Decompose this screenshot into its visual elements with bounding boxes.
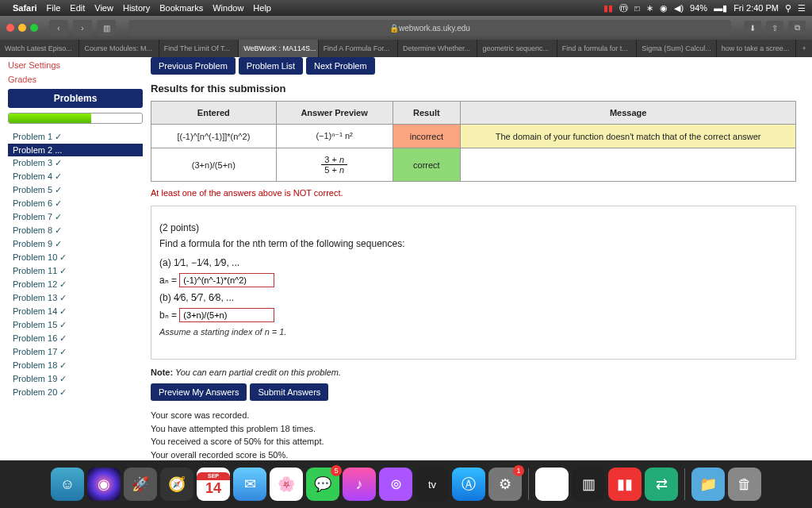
input-bn[interactable] bbox=[179, 308, 274, 322]
sidebar-problem-11[interactable]: Problem 11 ✓ bbox=[8, 264, 143, 278]
status-icon[interactable]: ▮▮ bbox=[603, 3, 613, 13]
dock-mail[interactable]: ✉ bbox=[233, 468, 266, 501]
dock-photos[interactable]: 🌸 bbox=[270, 468, 303, 501]
spotlight-icon[interactable]: ⚲ bbox=[785, 3, 791, 13]
tab-2[interactable]: Find The Limit Of T... bbox=[159, 40, 239, 57]
volume-icon[interactable]: ◀) bbox=[674, 3, 684, 13]
problems-header[interactable]: Problems bbox=[8, 89, 143, 108]
input-row-a: aₙ = bbox=[159, 273, 787, 287]
user-settings-link[interactable]: User Settings bbox=[8, 60, 143, 70]
r1-preview: (−1)ⁿ⁻¹ n² bbox=[276, 125, 393, 148]
dock-launchpad[interactable]: 🚀 bbox=[124, 468, 157, 501]
battery-icon[interactable]: ▬▮ bbox=[714, 3, 727, 13]
submit-answers-button[interactable]: Submit Answers bbox=[250, 383, 328, 401]
window-controls[interactable] bbox=[6, 24, 38, 32]
wifi-icon[interactable]: ◉ bbox=[660, 3, 668, 13]
grades-link[interactable]: Grades bbox=[8, 75, 143, 84]
sidebar-problem-17[interactable]: Problem 17 ✓ bbox=[8, 345, 143, 359]
dock-downloads[interactable]: 📁 bbox=[691, 468, 725, 501]
sidebar-problem-7[interactable]: Problem 7 ✓ bbox=[8, 210, 143, 224]
bluetooth-icon[interactable]: ∗ bbox=[646, 3, 653, 13]
sidebar-problem-3[interactable]: Problem 3 ✓ bbox=[8, 156, 143, 170]
dock-app3[interactable]: ▮▮ bbox=[608, 468, 642, 501]
dock-safari[interactable]: 🧭 bbox=[160, 468, 193, 501]
sidebar-button[interactable]: ▥ bbox=[97, 20, 116, 36]
sidebar-problem-10[interactable]: Problem 10 ✓ bbox=[8, 251, 143, 264]
dock-finder[interactable]: ☺ bbox=[51, 468, 84, 501]
sidebar-problem-20[interactable]: Problem 20 ✓ bbox=[8, 386, 143, 399]
m-icon[interactable]: ⓜ bbox=[619, 2, 628, 14]
dock-tv[interactable]: tv bbox=[416, 468, 449, 501]
share-button[interactable]: ⇧ bbox=[766, 21, 783, 35]
dock-podcasts[interactable]: ⊚ bbox=[379, 468, 412, 501]
sidebar-problem-1[interactable]: Problem 1 ✓ bbox=[8, 130, 143, 144]
sidebar-problem-13[interactable]: Problem 13 ✓ bbox=[8, 291, 143, 305]
note-line: Note: You can earn partial credit on thi… bbox=[151, 368, 796, 377]
tabs-button[interactable]: ⧉ bbox=[788, 21, 806, 35]
menu-help[interactable]: Help bbox=[253, 3, 271, 13]
download-button[interactable]: ⬇ bbox=[744, 21, 761, 35]
dock-app4[interactable]: ⇄ bbox=[645, 468, 678, 501]
sidebar-problem-16[interactable]: Problem 16 ✓ bbox=[8, 332, 143, 345]
menu-window[interactable]: Window bbox=[213, 3, 243, 13]
result-row-2: (3+n)/(5+n) 3 + n5 + n correct bbox=[151, 148, 796, 182]
webwork-sidebar: User Settings Grades Problems Problem 1 … bbox=[0, 57, 151, 460]
menu-view[interactable]: View bbox=[94, 3, 113, 13]
dock-chrome[interactable]: ◯ bbox=[535, 468, 569, 501]
r1-entered: [(-1)^[n^(-1)]]*(n^2) bbox=[151, 125, 277, 148]
tab-9[interactable]: how to take a scree... bbox=[717, 40, 796, 57]
tab-8[interactable]: Sigma (Sum) Calcul... bbox=[637, 40, 716, 57]
preview-answers-button[interactable]: Preview My Answers bbox=[151, 383, 247, 401]
tab-7[interactable]: Find a formula for t... bbox=[557, 40, 637, 57]
macos-menubar: Safari File Edit View History Bookmarks … bbox=[0, 0, 812, 16]
sidebar-problem-9[interactable]: Problem 9 ✓ bbox=[8, 237, 143, 251]
score-block: Your score was recorded. You have attemp… bbox=[151, 409, 796, 460]
display-icon[interactable]: ⏍ bbox=[634, 3, 640, 13]
tab-1[interactable]: Course Modules: M... bbox=[79, 40, 159, 57]
next-problem-button[interactable]: Next Problem bbox=[306, 57, 375, 75]
problem-list-button[interactable]: Problem List bbox=[239, 57, 303, 75]
dock-app2[interactable]: ▥ bbox=[572, 468, 605, 501]
r2-result: correct bbox=[393, 148, 461, 182]
menu-history[interactable]: History bbox=[123, 3, 150, 13]
sidebar-problem-14[interactable]: Problem 14 ✓ bbox=[8, 305, 143, 318]
tab-5[interactable]: Determine Whether... bbox=[398, 40, 477, 57]
dock-trash[interactable]: 🗑 bbox=[728, 468, 761, 501]
sidebar-problem-19[interactable]: Problem 19 ✓ bbox=[8, 372, 143, 386]
menu-edit[interactable]: Edit bbox=[70, 3, 85, 13]
tab-0[interactable]: Watch Latest Episo... bbox=[0, 40, 79, 57]
app-name[interactable]: Safari bbox=[13, 3, 37, 13]
back-button[interactable]: ‹ bbox=[49, 20, 68, 36]
r1-message: The domain of your function doesn't matc… bbox=[461, 125, 796, 148]
sidebar-problem-2[interactable]: Problem 2 ... bbox=[8, 144, 143, 156]
sidebar-problem-6[interactable]: Problem 6 ✓ bbox=[8, 197, 143, 210]
control-icon[interactable]: ☰ bbox=[798, 3, 806, 13]
sidebar-problem-15[interactable]: Problem 15 ✓ bbox=[8, 318, 143, 332]
dock-messages[interactable]: 💬5 bbox=[306, 468, 339, 501]
calendar-day: 14 bbox=[205, 480, 221, 497]
new-tab-button[interactable]: + bbox=[796, 40, 812, 57]
sidebar-problem-18[interactable]: Problem 18 ✓ bbox=[8, 359, 143, 372]
dock-calendar[interactable]: SEP14 bbox=[197, 468, 230, 501]
error-line: At least one of the answers above is NOT… bbox=[151, 188, 796, 198]
clock[interactable]: Fri 2:40 PM bbox=[733, 3, 779, 13]
dock-appstore[interactable]: Ⓐ bbox=[452, 468, 485, 501]
dock-settings[interactable]: ⚙1 bbox=[488, 468, 522, 501]
menu-bookmarks[interactable]: Bookmarks bbox=[159, 3, 203, 13]
forward-button[interactable]: › bbox=[73, 20, 92, 36]
input-an[interactable] bbox=[179, 273, 274, 287]
dock-itunes[interactable]: ♪ bbox=[343, 468, 376, 501]
tab-3[interactable]: WeBWorK : MA114S... bbox=[239, 40, 318, 57]
sidebar-problem-5[interactable]: Problem 5 ✓ bbox=[8, 183, 143, 197]
dock-siri[interactable]: ◉ bbox=[87, 468, 121, 501]
sidebar-problem-12[interactable]: Problem 12 ✓ bbox=[8, 278, 143, 291]
url-bar[interactable]: 🔒 webwork.as.uky.edu bbox=[128, 20, 731, 36]
sidebar-problem-8[interactable]: Problem 8 ✓ bbox=[8, 224, 143, 237]
tab-4[interactable]: Find A Formula For... bbox=[319, 40, 398, 57]
prev-problem-button[interactable]: Previous Problem bbox=[151, 57, 236, 75]
menu-file[interactable]: File bbox=[47, 3, 61, 13]
tab-6[interactable]: geometric sequenc... bbox=[477, 40, 557, 57]
sidebar-problem-4[interactable]: Problem 4 ✓ bbox=[8, 170, 143, 183]
problem-list: Problem 1 ✓Problem 2 ...Problem 3 ✓Probl… bbox=[8, 130, 143, 399]
battery-pct[interactable]: 94% bbox=[690, 3, 707, 13]
